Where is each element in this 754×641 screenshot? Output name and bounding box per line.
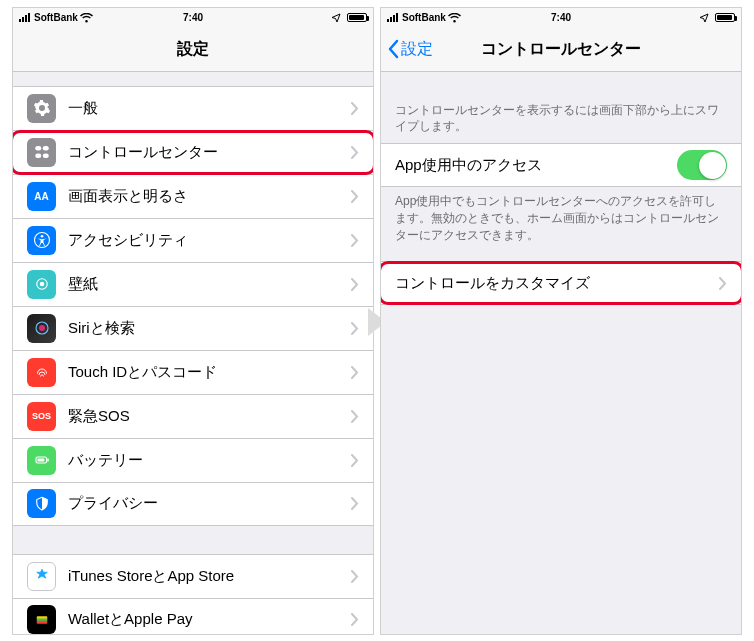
cell-label: Siriと検索 — [68, 319, 351, 338]
status-time: 7:40 — [503, 12, 619, 23]
chevron-right-icon — [351, 497, 359, 510]
wifi-icon — [448, 13, 461, 23]
cell-itunes-store[interactable]: iTunes StoreとApp Store — [13, 554, 373, 598]
control-center-content: コントロールセンターを表示するには画面下部から上にスワイプします。 App使用中… — [381, 72, 741, 634]
cell-siri[interactable]: Siriと検索 — [13, 306, 373, 350]
appstore-icon — [27, 562, 56, 591]
svg-rect-0 — [35, 146, 41, 151]
carrier-label: SoftBank — [34, 12, 78, 23]
chevron-right-icon — [351, 366, 359, 379]
status-bar: SoftBank 7:40 — [13, 8, 373, 28]
cell-label: 緊急SOS — [68, 407, 351, 426]
cell-customize-controls[interactable]: コントロールをカスタマイズ — [381, 261, 741, 305]
svg-rect-11 — [47, 459, 49, 462]
wifi-icon — [80, 13, 93, 23]
page-title: 設定 — [177, 39, 209, 60]
cell-app-access[interactable]: App使用中のアクセス — [381, 143, 741, 187]
chevron-right-icon — [351, 190, 359, 203]
cell-label: コントロールをカスタマイズ — [395, 274, 719, 293]
battery-icon — [713, 13, 735, 22]
carrier-label: SoftBank — [402, 12, 446, 23]
back-button[interactable]: 設定 — [387, 28, 433, 71]
cell-touchid[interactable]: Touch IDとパスコード — [13, 350, 373, 394]
nav-bar: 設定 — [13, 28, 373, 72]
cell-label: Touch IDとパスコード — [68, 363, 351, 382]
chevron-right-icon — [351, 570, 359, 583]
battery-settings-icon — [27, 446, 56, 475]
cell-label: プライバシー — [68, 494, 351, 513]
chevron-right-icon — [351, 102, 359, 115]
cell-label: アクセシビリティ — [68, 231, 351, 250]
chevron-right-icon — [719, 277, 727, 290]
cell-label: WalletとApple Pay — [68, 610, 351, 629]
signal-icon — [19, 13, 30, 22]
location-icon — [699, 13, 709, 23]
cell-label: バッテリー — [68, 451, 351, 470]
status-bar: SoftBank 7:40 — [381, 8, 741, 28]
wallpaper-icon — [27, 270, 56, 299]
status-time: 7:40 — [135, 12, 251, 23]
control-center-icon — [27, 138, 56, 167]
chevron-right-icon — [351, 454, 359, 467]
signal-icon — [387, 13, 398, 22]
accessibility-icon — [27, 226, 56, 255]
chevron-right-icon — [351, 278, 359, 291]
cell-wallpaper[interactable]: 壁紙 — [13, 262, 373, 306]
cell-label: 画面表示と明るさ — [68, 187, 351, 206]
cell-battery[interactable]: バッテリー — [13, 438, 373, 482]
svg-point-5 — [40, 235, 43, 238]
settings-list: 一般 コントロールセンター AA 画面表示と明るさ アクセシビリティ — [13, 72, 373, 634]
chevron-right-icon — [351, 146, 359, 159]
control-center-screen: SoftBank 7:40 設定 コントロールセンター コントロールセンターを表… — [380, 7, 742, 635]
svg-rect-12 — [37, 459, 44, 462]
sos-icon: SOS — [27, 402, 56, 431]
cell-label: App使用中のアクセス — [395, 156, 677, 175]
cell-display[interactable]: AA 画面表示と明るさ — [13, 174, 373, 218]
svg-rect-15 — [36, 620, 47, 623]
chevron-right-icon — [351, 410, 359, 423]
svg-point-7 — [39, 282, 44, 287]
chevron-right-icon — [351, 234, 359, 247]
cell-label: コントロールセンター — [68, 143, 351, 162]
location-icon — [331, 13, 341, 23]
battery-icon — [345, 13, 367, 22]
svg-rect-3 — [42, 154, 48, 159]
cell-sos[interactable]: SOS 緊急SOS — [13, 394, 373, 438]
cell-control-center[interactable]: コントロールセンター — [13, 130, 373, 174]
settings-screen: SoftBank 7:40 設定 一般 — [12, 7, 374, 635]
back-label: 設定 — [401, 39, 433, 60]
access-toggle[interactable] — [677, 150, 727, 180]
note-text: コントロールセンターを表示するには画面下部から上にスワイプします。 — [381, 96, 741, 144]
svg-rect-2 — [35, 154, 41, 159]
nav-bar: 設定 コントロールセンター — [381, 28, 741, 72]
chevron-right-icon — [351, 322, 359, 335]
gear-icon — [27, 94, 56, 123]
cell-label: 一般 — [68, 99, 351, 118]
cell-label: iTunes StoreとApp Store — [68, 567, 351, 586]
cell-label: 壁紙 — [68, 275, 351, 294]
svg-point-9 — [39, 325, 45, 331]
display-icon: AA — [27, 182, 56, 211]
siri-icon — [27, 314, 56, 343]
page-title: コントロールセンター — [481, 39, 641, 60]
svg-rect-1 — [42, 146, 48, 151]
note-text: App使用中でもコントロールセンターへのアクセスを許可します。無効のときでも、ホ… — [381, 187, 741, 251]
cell-accessibility[interactable]: アクセシビリティ — [13, 218, 373, 262]
cell-wallet[interactable]: WalletとApple Pay — [13, 598, 373, 634]
chevron-right-icon — [351, 613, 359, 626]
touchid-icon — [27, 358, 56, 387]
cell-privacy[interactable]: プライバシー — [13, 482, 373, 526]
privacy-icon — [27, 489, 56, 518]
cell-general[interactable]: 一般 — [13, 86, 373, 130]
wallet-icon — [27, 605, 56, 634]
